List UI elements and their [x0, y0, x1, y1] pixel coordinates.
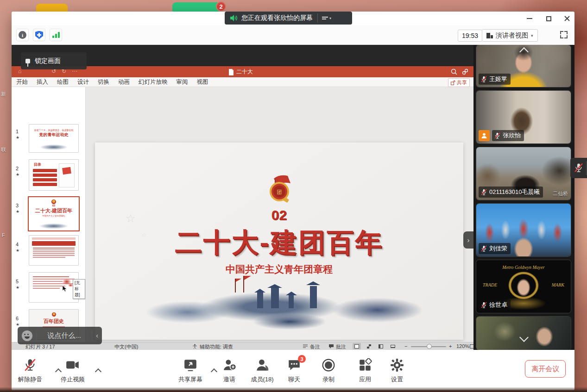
unmute-button[interactable]: 解除静音: [13, 358, 48, 384]
tab-review[interactable]: 审阅: [177, 78, 188, 86]
close-button[interactable]: [561, 12, 573, 25]
minimize-icon: [527, 18, 532, 19]
network-quality-button[interactable]: [50, 29, 62, 41]
speaker-icon: [230, 15, 238, 21]
share-screen-label: 共享屏幕: [173, 375, 208, 384]
slide-thumbnail-panel: 1★ 喜迎二十大，永远跟党走，奋进新征程 党的青年运动史 2★ 目录: [12, 87, 86, 342]
tab-insert[interactable]: 插入: [37, 78, 48, 86]
divider: [586, 161, 587, 175]
zoom-slider-thumb[interactable]: [427, 344, 432, 349]
lock-view-label: 锁定画面: [35, 57, 61, 65]
security-button[interactable]: [33, 29, 45, 41]
lock-view-tooltip[interactable]: 锁定画面: [21, 52, 87, 69]
chat-button[interactable]: 3 聊天: [277, 358, 312, 384]
slide-thumbnail-1[interactable]: 喜迎二十大，永远跟党走，奋进新征程 党的青年运动史: [29, 124, 79, 153]
current-slide[interactable]: 团 02 二十大-建团百年 中国共产主义青年团章程 ☆ ☆: [95, 143, 463, 340]
banner-menu-button[interactable]: ▾: [318, 16, 335, 20]
thumb1-line2: 党的青年运动史: [29, 132, 78, 138]
video-tile[interactable]: Metro Goldwyn Mayer TRADE MARK 徐世卓: [476, 260, 571, 313]
animation-star-icon: ★: [16, 322, 19, 327]
settings-button[interactable]: 设置: [379, 358, 415, 384]
participant-nameplate: 刘佳荣: [479, 243, 511, 254]
tab-animations[interactable]: 动画: [118, 78, 130, 86]
slide-thumbnail-2[interactable]: 目录: [29, 159, 79, 191]
svg-text:团: 团: [277, 189, 282, 195]
signal-bars-icon: [52, 32, 60, 38]
mic-muted-icon: [574, 163, 583, 173]
ppt-share-button[interactable]: 共享: [448, 78, 470, 87]
panel-expand-handle[interactable]: ›: [463, 231, 473, 249]
slide-sorter-button[interactable]: [365, 343, 373, 349]
record-button[interactable]: 录制: [311, 358, 346, 384]
thumb6-emblem: [52, 312, 56, 317]
slideshow-button[interactable]: [389, 343, 397, 349]
notes-icon: [303, 344, 308, 349]
video-tile[interactable]: 刘佳荣: [476, 204, 571, 256]
chat-input-placeholder[interactable]: 说点什么...: [37, 331, 92, 340]
notes-toggle[interactable]: 备注: [310, 343, 320, 350]
slide-title: 二十大-建团百年: [95, 225, 463, 261]
meeting-control-bar: 解除静音 停止视频 共享屏幕: [12, 350, 574, 390]
minimize-button[interactable]: [524, 12, 536, 25]
normal-view-button[interactable]: [353, 343, 361, 349]
video-tile[interactable]: 0211163010毛晨曦 二仙桥: [476, 147, 571, 200]
mic-muted-icon: [24, 358, 37, 372]
leave-meeting-button[interactable]: 离开会议: [525, 360, 566, 378]
mgm-brand-text: Metro Goldwyn Mayer: [476, 265, 571, 270]
tab-draw[interactable]: 绘图: [57, 78, 69, 86]
invite-button[interactable]: 邀请: [212, 358, 247, 384]
slide-thumbnail-5[interactable]: [29, 272, 79, 303]
members-label: 成员(18): [245, 375, 280, 384]
stop-video-button[interactable]: 停止视频: [55, 358, 90, 384]
record-icon: [322, 358, 335, 372]
video-tile[interactable]: 张欣怡: [476, 91, 571, 143]
fullscreen-button[interactable]: [558, 29, 570, 41]
participant-name: 张欣怡: [503, 131, 521, 140]
reading-view-button[interactable]: [377, 343, 385, 349]
view-mode-label: 演讲者视图: [496, 31, 528, 40]
watching-banner[interactable]: 您正在观看张欣怡的屏幕 ▾: [225, 12, 352, 25]
video-tile[interactable]: [476, 317, 571, 350]
ink-wash-painting: [118, 276, 442, 336]
members-button[interactable]: 成员(18): [245, 358, 280, 384]
thumb3-number: 02: [29, 204, 79, 207]
animation-star-icon: ★: [16, 135, 19, 140]
view-mode-selector[interactable]: 演讲者视图 ▾: [482, 29, 538, 42]
slide-thumbnail-4[interactable]: [29, 235, 79, 266]
maximize-button[interactable]: [543, 12, 555, 25]
animation-star-icon: ★: [16, 285, 19, 290]
comments-toggle[interactable]: 批注: [336, 343, 346, 350]
zoom-in-icon[interactable]: +: [449, 343, 452, 349]
participant-nameplate: 王姬苹: [479, 74, 511, 85]
accessibility-status[interactable]: 辅助功能: 调查: [200, 343, 233, 350]
tab-slideshow[interactable]: 幻灯片放映: [139, 78, 168, 86]
thumb3-subtitle: 中国共产主义青年团章程: [29, 215, 79, 217]
share-icon: [451, 81, 455, 85]
collapse-chat-icon[interactable]: ‹: [92, 332, 102, 339]
emoji-icon[interactable]: [22, 330, 32, 341]
search-icon[interactable]: [451, 68, 457, 75]
thumb1-line1: 喜迎二十大，永远跟党走，奋进新征程: [29, 129, 78, 131]
meeting-info-button[interactable]: i: [16, 29, 29, 41]
video-options-chevron[interactable]: [95, 368, 101, 375]
scroll-down-chevron[interactable]: [521, 334, 527, 341]
language-indicator[interactable]: 中文(中国): [114, 343, 138, 350]
floating-mic-panel[interactable]: [570, 158, 587, 178]
tab-design[interactable]: 设计: [77, 78, 89, 86]
scroll-up-chevron[interactable]: [521, 49, 527, 55]
chat-quick-input[interactable]: 说点什么... ‹: [18, 327, 102, 344]
fit-window-button[interactable]: [467, 343, 473, 349]
participant-name: 0211163010毛晨曦: [489, 188, 540, 196]
apps-button[interactable]: 应用: [347, 358, 383, 384]
slide-thumbnail-3-selected[interactable]: 02 二十大-建团百年 中国共产主义青年团章程: [28, 196, 80, 231]
share-screen-button[interactable]: 共享屏幕: [173, 358, 208, 384]
desktop: 2 新 联 F 您正在观看张欣怡的屏幕 ▾ i: [0, 0, 587, 392]
caret-down-icon: ▾: [329, 16, 331, 20]
zoom-out-icon[interactable]: −: [404, 343, 407, 349]
tab-view[interactable]: 视图: [197, 78, 208, 86]
video-tile[interactable]: 王姬苹: [476, 45, 571, 87]
tab-home[interactable]: 开始: [16, 78, 28, 86]
link-icon[interactable]: [462, 68, 468, 75]
tab-transitions[interactable]: 切换: [98, 78, 109, 86]
shield-plus-icon: [35, 31, 43, 39]
